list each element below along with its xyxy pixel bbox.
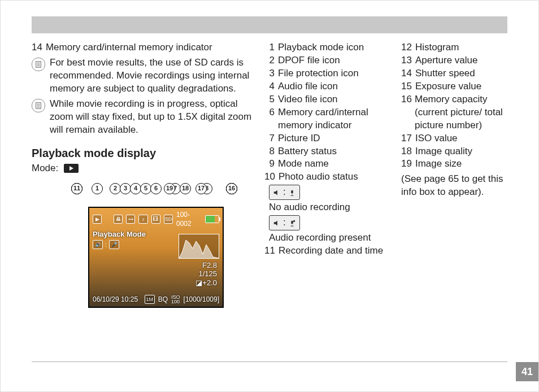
item-text: Memory card/internal memory indicator — [278, 106, 389, 132]
item-text: Battery status — [278, 145, 337, 158]
item-number: 3 — [264, 67, 275, 80]
item-text: Aperture value — [415, 54, 478, 67]
item-number: 1 — [264, 41, 275, 54]
list-item: 14Shutter speed — [401, 67, 507, 80]
exposure-values: F2.8 1/125 ◪+2.0 — [195, 261, 217, 288]
item-number: 6 — [264, 106, 275, 132]
item-number: 12 — [401, 41, 412, 54]
list-item: 7Picture ID — [264, 132, 389, 145]
header-bar — [32, 16, 507, 33]
lock-icon: ⊶ — [126, 215, 135, 224]
see-page-note: (See page 65 to get this info box to app… — [401, 173, 507, 199]
list-item: 2DPOF file icon — [264, 54, 389, 67]
item-number: 10 — [264, 171, 275, 184]
note-text: For best movie results, the use of SD ca… — [50, 56, 252, 95]
list-item: 5Video file icon — [264, 93, 389, 106]
note-icon — [32, 99, 45, 112]
mic-icon: 🎤 — [109, 240, 119, 249]
callout-19: 19 — [164, 183, 175, 194]
mode-line: Mode: — [32, 162, 252, 175]
lcd-screen: ▶ 🖶 ⊶ ♪ 🎞 SD 100-0002 Playback Mode 🔊: 🎤 — [88, 207, 224, 308]
list-item: 14 Memory card/internal memory indicator — [32, 41, 252, 54]
page-number: 41 — [521, 366, 533, 378]
item-text: Memory card/internal memory indicator — [46, 41, 212, 54]
audio-icon: ♪ — [138, 215, 147, 224]
item-number: 14 — [401, 67, 412, 80]
list-item: 15Exposure value — [401, 80, 507, 93]
aperture-value: F2.8 — [195, 261, 217, 270]
callout-17: 17 — [195, 183, 207, 194]
callout-3: 3 — [120, 183, 131, 194]
list-item: 1Playback mode icon — [264, 41, 389, 54]
list-item: 13Aperture value — [401, 54, 507, 67]
quality-icon: BQ — [158, 295, 168, 304]
icon-row: ▶ 🖶 ⊶ ♪ 🎞 SD 100-0002 — [89, 208, 223, 228]
item-number: 8 — [264, 145, 275, 158]
callout-18: 18 — [180, 183, 191, 194]
list-item: 12Histogram — [401, 41, 507, 54]
item-number: 15 — [401, 80, 412, 93]
item-text: Audio file icon — [278, 80, 338, 93]
histogram — [179, 234, 219, 259]
list-item: 11Recording date and time — [264, 245, 389, 258]
callout-2: 2 — [110, 183, 121, 194]
item-number: 19 — [401, 158, 412, 171]
callout-6: 6 — [150, 183, 162, 194]
callout-16: 16 — [226, 183, 237, 194]
svg-point-10 — [293, 220, 295, 222]
item-text: Memory capacity (current picture/ total … — [415, 93, 507, 132]
item-text: Playback mode icon — [278, 41, 364, 54]
item-number: 13 — [401, 54, 412, 67]
picture-id: 100-0002 — [176, 210, 202, 228]
item-number: 4 — [264, 80, 275, 93]
note-block: While movie recording is in progress, op… — [32, 98, 252, 137]
callout-5: 5 — [140, 183, 151, 194]
sd-icon: SD — [164, 215, 173, 224]
play-icon — [64, 164, 79, 173]
item-text: Video file icon — [278, 93, 338, 106]
item-text: Image size — [415, 158, 462, 171]
size-icon: 1M — [145, 295, 155, 304]
list-item: 9Mode name — [264, 158, 389, 171]
item-text: DPOF file icon — [278, 54, 340, 67]
item-number: 16 — [401, 93, 411, 132]
list-item: 3File protection icon — [264, 67, 389, 80]
ev-icon: ◪ — [195, 278, 202, 287]
page: 14 Memory card/internal memory indicator… — [0, 0, 539, 392]
callout-1: 1 — [92, 183, 103, 194]
datetime: 06/10/29 10:25 — [93, 295, 138, 304]
battery-icon — [205, 215, 219, 223]
item-text: Histogram — [415, 41, 459, 54]
page-number-tab: 41 — [516, 362, 538, 381]
list-item: 16Memory capacity (current picture/ tota… — [401, 93, 507, 132]
item-text: Picture ID — [278, 132, 320, 145]
list-item: 18Image quality — [401, 145, 507, 158]
item-text: Recording date and time — [279, 245, 383, 258]
list-item: 8Battery status — [264, 145, 389, 158]
item-text: Exposure value — [415, 80, 481, 93]
item-number: 17 — [401, 132, 412, 145]
mode-label: Mode: — [32, 162, 58, 175]
item-text: Photo audio status — [279, 171, 358, 184]
iso-value: ISO100 — [171, 295, 180, 304]
item-text: Mode name — [278, 158, 329, 171]
play-icon: ▶ — [93, 215, 102, 224]
item-number: 18 — [401, 145, 412, 158]
item-text: ISO value — [415, 132, 458, 145]
note-block: For best movie results, the use of SD ca… — [32, 56, 252, 95]
item-number: 9 — [264, 158, 275, 171]
note-text: While movie recording is in progress, op… — [50, 98, 252, 137]
speaker-icon: 🔊 — [93, 240, 103, 249]
svg-rect-8 — [291, 190, 293, 193]
video-icon: 🎞 — [151, 215, 160, 224]
note-icon — [32, 58, 45, 71]
item-text: File protection icon — [278, 67, 359, 80]
left-column: 14 Memory card/internal memory indicator… — [32, 41, 252, 360]
audio-status-block: :No audio recording:Audio recording pres… — [269, 184, 389, 245]
audio-present-badge: : — [269, 215, 300, 230]
bottom-row: 06/10/29 10:25 1M BQ ISO100 [1000/1009] — [93, 295, 219, 304]
dpof-icon: 🖶 — [114, 215, 123, 224]
svg-rect-9 — [291, 220, 293, 224]
list-item: 10Photo audio status — [264, 171, 389, 184]
legend-column-1: 1Playback mode icon2DPOF file icon3File … — [264, 41, 389, 360]
